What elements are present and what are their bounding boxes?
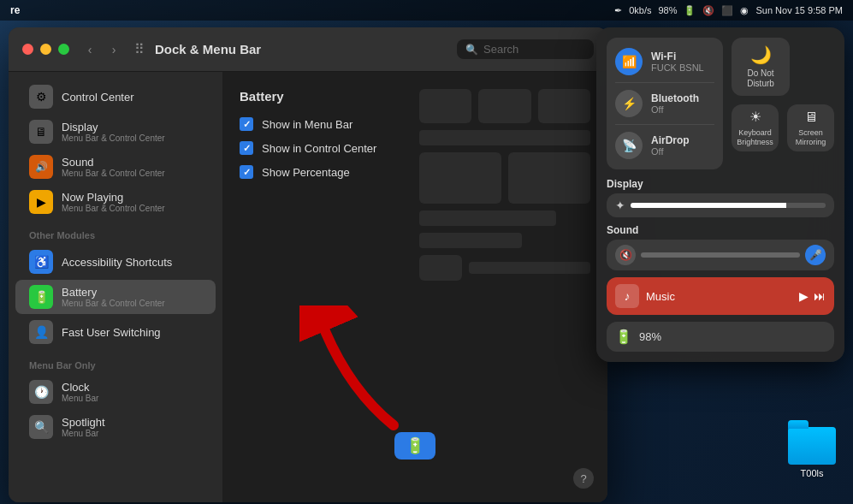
cc-airdrop-text: AirDrop Off: [651, 134, 690, 157]
minimize-button[interactable]: [40, 44, 51, 55]
red-arrow: [299, 305, 419, 434]
battery-text: Battery Menu Bar & Control Center: [62, 286, 165, 308]
cc-dnd-label: Do NotDisturb: [747, 68, 774, 89]
cc-wifi-label: Wi-Fi: [651, 50, 704, 62]
display-sublabel: Menu Bar & Control Center: [62, 133, 165, 143]
cc-music-title: Music: [646, 290, 792, 303]
menubar-left: re: [10, 4, 614, 16]
cc-bluetooth-status: Off: [651, 104, 699, 115]
search-input[interactable]: [483, 43, 585, 56]
cc-airdrop-icon: 📡: [615, 132, 643, 159]
spotlight-sublabel: Menu Bar: [62, 429, 105, 438]
show-menu-bar-label: Show in Menu Bar: [262, 118, 352, 131]
sidebar-item-clock[interactable]: 🕐 Clock Menu Bar: [15, 375, 216, 409]
fast-user-text: Fast User Switching: [62, 326, 161, 339]
menubar: re ✒ 0kb/s 98% 🔋 🔇 ⬛ ◉ Sun Nov 15 9:58 P…: [0, 0, 853, 21]
close-button[interactable]: [22, 44, 33, 55]
other-modules-header: Other Modules: [9, 220, 222, 244]
cc-wifi-text: Wi-Fi FUCK BSNL: [651, 50, 704, 73]
sound-text: Sound Menu Bar & Control Center: [62, 156, 165, 178]
search-icon: 🔍: [465, 44, 478, 56]
sidebar-item-control-center[interactable]: ⚙ Control Center: [15, 80, 216, 114]
cc-wifi-item[interactable]: 📶 Wi-Fi FUCK BSNL: [615, 44, 714, 79]
control-center-text: Control Center: [62, 91, 134, 104]
cc-sound-slider[interactable]: [641, 252, 800, 258]
cc-connectivity-block: 📶 Wi-Fi FUCK BSNL ⚡ Bluetooth Off 📡: [607, 38, 723, 169]
cc-keyboard-icon: ☀: [749, 109, 761, 125]
clock-sublabel: Menu Bar: [62, 394, 98, 403]
cc-battery-text: 98%: [639, 330, 661, 343]
preview-block-6: [419, 255, 462, 281]
menubar-battery-pct: 98%: [658, 5, 677, 15]
cc-bluetooth-item[interactable]: ⚡ Bluetooth Off: [615, 86, 714, 121]
spotlight-label: Spotlight: [62, 416, 105, 429]
menubar-battery-icon: 🔋: [684, 5, 696, 16]
show-control-center-checkbox[interactable]: [240, 141, 253, 155]
battery-preview-icon: 🔋: [394, 432, 435, 460]
traffic-lights: [22, 44, 69, 55]
cc-do-not-disturb-btn[interactable]: 🌙 Do NotDisturb: [732, 38, 790, 96]
cc-forward-icon[interactable]: ⏭: [814, 289, 826, 303]
cc-screen-mirroring-btn[interactable]: 🖥 ScreenMirroring: [787, 104, 834, 151]
maximize-button[interactable]: [58, 44, 69, 55]
sound-sublabel: Menu Bar & Control Center: [62, 169, 165, 178]
cc-battery-row: 🔋 98%: [607, 322, 834, 352]
cc-right-col: 🌙 Do NotDisturb ☀ KeyboardBrightness 🖥 S…: [732, 38, 834, 169]
help-button[interactable]: ?: [573, 468, 594, 489]
battery-label: Battery: [62, 286, 165, 299]
cc-music-row[interactable]: ♪ Music ▶ ⏭: [607, 277, 834, 315]
sidebar-item-display[interactable]: 🖥 Display Menu Bar & Control Center: [15, 115, 216, 149]
display-text: Display Menu Bar & Control Center: [62, 121, 165, 143]
main-panel: Battery Show in Menu Bar Show in Control…: [222, 72, 607, 502]
cc-screen-mirroring-label: ScreenMirroring: [796, 128, 826, 147]
now-playing-icon: ▶: [29, 190, 53, 214]
preview-bar-2: [419, 210, 556, 226]
dock-menubar-window: ‹ › ⠿ Dock & Menu Bar 🔍 ⚙ Control Center…: [9, 27, 607, 502]
now-playing-sublabel: Menu Bar & Control Center: [62, 204, 165, 213]
menubar-wifi-icon: ◉: [740, 5, 749, 16]
sidebar-item-accessibility[interactable]: ♿ Accessibility Shortcuts: [15, 245, 216, 279]
preview-block-4: [419, 152, 501, 204]
cc-keyboard-brightness-btn[interactable]: ☀ KeyboardBrightness: [732, 104, 779, 151]
menubar-datetime: Sun Nov 15 9:58 PM: [755, 5, 843, 15]
grid-icon[interactable]: ⠿: [134, 41, 145, 57]
sidebar-item-spotlight[interactable]: 🔍 Spotlight Menu Bar: [15, 410, 216, 444]
cc-sound-right-icon: 🎤: [805, 245, 826, 265]
show-percentage-checkbox[interactable]: [240, 165, 253, 179]
spotlight-icon: 🔍: [29, 415, 53, 439]
preview-block-1: [419, 89, 471, 123]
cc-airdrop-status: Off: [651, 146, 690, 157]
cc-dnd-icon: 🌙: [750, 44, 772, 65]
cc-display-slider-row: ✦: [607, 193, 834, 217]
menubar-pen-icon: ✒: [614, 5, 622, 16]
menubar-right: ✒ 0kb/s 98% 🔋 🔇 ⬛ ◉ Sun Nov 15 9:58 PM: [614, 5, 843, 16]
cc-keyboard-label: KeyboardBrightness: [737, 128, 773, 147]
forward-button[interactable]: ›: [104, 39, 124, 60]
show-control-center-label: Show in Control Center: [262, 142, 376, 155]
show-menu-bar-checkbox[interactable]: [240, 117, 253, 131]
sidebar-item-sound[interactable]: 🔊 Sound Menu Bar & Control Center: [15, 150, 216, 184]
cc-airdrop-item[interactable]: 📡 AirDrop Off: [615, 128, 714, 163]
sidebar-item-battery[interactable]: 🔋 Battery Menu Bar & Control Center: [15, 280, 216, 314]
preview-block-3: [538, 89, 590, 123]
now-playing-label: Now Playing: [62, 191, 165, 204]
back-button[interactable]: ‹: [80, 39, 100, 60]
cc-display-label: Display: [607, 178, 834, 190]
search-box[interactable]: 🔍: [457, 39, 594, 59]
cc-bluetooth-label: Bluetooth: [651, 92, 699, 104]
cc-play-icon[interactable]: ▶: [799, 289, 809, 303]
battery-sublabel: Menu Bar & Control Center: [62, 299, 165, 308]
sidebar-item-now-playing[interactable]: ▶ Now Playing Menu Bar & Control Center: [15, 185, 216, 219]
folder-widget[interactable]: T00ls: [788, 427, 836, 478]
accessibility-icon: ♿: [29, 250, 53, 274]
cc-display-slider[interactable]: [631, 203, 826, 208]
accessibility-text: Accessibility Shortcuts: [62, 256, 172, 269]
cc-sound-label: Sound: [607, 224, 834, 236]
sidebar-item-fast-user-switching[interactable]: 👤 Fast User Switching: [15, 315, 216, 349]
cc-divider-2: [615, 124, 714, 125]
show-percentage-label: Show Percentage: [262, 166, 350, 179]
cc-wifi-network: FUCK BSNL: [651, 62, 704, 73]
battery-icon-area: 🔋: [394, 432, 435, 460]
now-playing-text: Now Playing Menu Bar & Control Center: [62, 191, 165, 213]
folder-label: T00ls: [801, 468, 824, 478]
